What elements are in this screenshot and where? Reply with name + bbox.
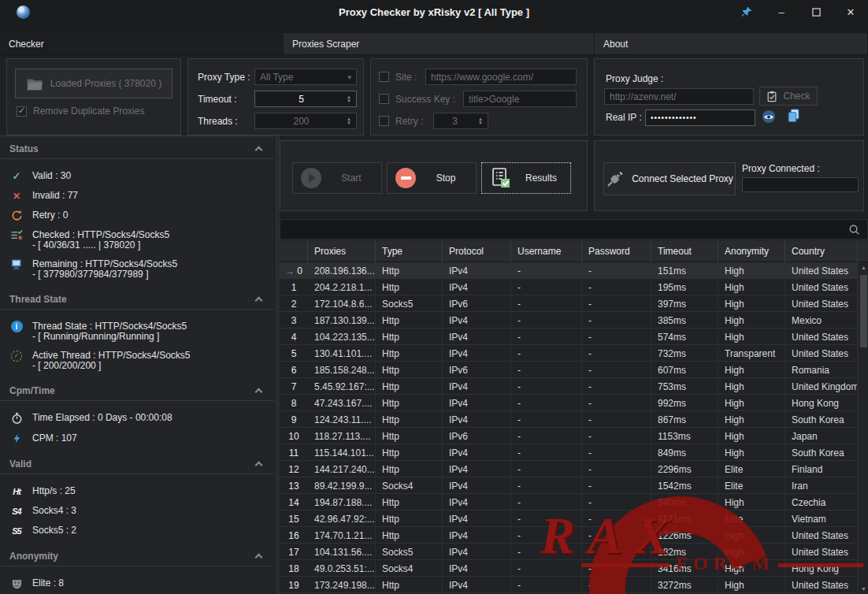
table-row[interactable]: 1849.0.253.51:...Socks4IPv4--3416msHighH… — [280, 560, 858, 577]
success-key-checkbox[interactable] — [379, 94, 389, 104]
scrollbar-thumb[interactable] — [860, 275, 867, 347]
table-cell: IPv4 — [443, 560, 511, 577]
column-header-type[interactable]: Type — [376, 240, 443, 262]
column-header-protocol[interactable]: Protocol — [443, 240, 511, 262]
table-row[interactable]: 10118.27.113....HttpIPv6--1153msHighJapa… — [280, 428, 858, 444]
table-row[interactable]: 75.45.92.167:...HttpIPv4--753msHighUnite… — [280, 378, 858, 395]
table-cell: Socks4 — [376, 560, 443, 577]
table-cell: 397ms — [651, 295, 718, 312]
table-row[interactable]: 9124.243.11....HttpIPv4--867msHighSouth … — [280, 411, 858, 428]
collapse-chevron-icon[interactable] — [255, 146, 263, 154]
table-row[interactable]: 2172.104.8.6...Socks5IPv6--397msHighUnit… — [280, 295, 858, 312]
close-button[interactable]: ✕ — [833, 0, 868, 24]
table-row[interactable]: 1204.2.218.1...HttpIPv4--195msHighUnited… — [280, 279, 858, 295]
copy-ip-icon[interactable] — [787, 109, 801, 123]
minimize-button[interactable]: – — [764, 0, 799, 24]
table-row[interactable]: →0208.196.136...HttpIPv4--151msHighUnite… — [280, 262, 858, 279]
timeout-stepper[interactable]: ▲▼ — [343, 95, 351, 103]
column-header-timeout[interactable]: Timeout — [651, 240, 718, 262]
threads-stepper[interactable]: ▲▼ — [343, 117, 351, 125]
tab-about[interactable]: About — [595, 33, 868, 54]
status-item-text: Socks5 : 2 — [32, 525, 76, 536]
table-cell: 3272ms — [651, 577, 718, 593]
maximize-button[interactable] — [799, 0, 833, 24]
column-header-rownum[interactable] — [280, 240, 308, 262]
table-row[interactable]: 6185.158.248...HttpIPv6--607msHighRomani… — [280, 362, 858, 378]
table-row[interactable]: 1542.96.47.92:...HttpIPv4--1171msEliteVi… — [280, 510, 858, 527]
sidebar-status-item: Elite : 8 — [0, 574, 274, 593]
timeout-input[interactable]: 5 ▲▼ — [254, 91, 357, 107]
proxy-type-dropdown[interactable]: All Type ▾ — [254, 69, 357, 85]
scroll-down-icon[interactable]: ▼ — [859, 584, 868, 594]
table-row[interactable]: 17104.131.56....Socks5IPv4--182msHighUni… — [280, 544, 858, 560]
active-icon: ✓ — [9, 350, 24, 362]
retry-input[interactable]: 3 ▲▼ — [433, 113, 488, 129]
mask-elite-icon — [9, 577, 24, 589]
row-number: 4 — [280, 329, 308, 345]
row-number: 7 — [280, 378, 308, 395]
site-input[interactable]: https://www.google.com/ — [425, 69, 577, 85]
pin-icon[interactable] — [729, 0, 764, 24]
app-window: { "window": {"title": "Proxy Checker by … — [0, 0, 868, 594]
table-row[interactable]: 12144.217.240...HttpIPv4--2296msEliteFin… — [280, 461, 858, 477]
loaded-proxies-button[interactable]: Loaded Proxies ( 378020 ) — [15, 69, 172, 98]
connect-selected-proxy-button[interactable]: Connect Selected Proxy — [603, 162, 736, 195]
table-cell: Iran — [785, 477, 858, 494]
column-header-country[interactable]: Country — [785, 240, 858, 262]
section-header[interactable]: Valid — [0, 451, 274, 473]
collapse-chevron-icon[interactable] — [255, 388, 263, 395]
column-header-username[interactable]: Username — [511, 240, 582, 262]
proxy-judge-label: Proxy Judge : — [606, 73, 663, 84]
proxy-type-label: Proxy Type : — [198, 72, 254, 83]
column-header-anonymity[interactable]: Anonymity — [718, 240, 785, 262]
table-cell: Elite — [718, 461, 785, 477]
table-cell: 940ms — [651, 494, 718, 510]
judge-check-button[interactable]: Check — [759, 87, 818, 106]
title-bar: Proxy Checker by xRisky v2 [ All Type ] … — [0, 0, 868, 33]
table-cell: 104.131.56.... — [308, 544, 376, 560]
scroll-up-icon[interactable]: ▲ — [859, 262, 868, 273]
start-button[interactable]: Start — [292, 162, 382, 194]
reveal-ip-eye-icon[interactable] — [762, 110, 776, 124]
stop-button[interactable]: Stop — [387, 162, 477, 194]
sidebar-scrollbar[interactable] — [274, 136, 280, 594]
table-row[interactable]: 4104.223.135...HttpIPv4--574msHighUnited… — [280, 329, 858, 345]
real-ip-input[interactable]: ••••••••••••• — [645, 110, 755, 126]
section-header[interactable]: Anonymity — [0, 544, 274, 566]
column-header-password[interactable]: Password — [582, 240, 651, 262]
section-header[interactable]: Thread State — [0, 287, 274, 309]
section-header[interactable]: Status — [0, 136, 274, 158]
table-search-bar[interactable] — [280, 219, 868, 239]
table-row[interactable]: 5130.41.101....HttpIPv4--732msTransparen… — [280, 345, 858, 362]
sidebar-section-status: Status✓Valid : 30✕Invalid : 77Retry : 0C… — [0, 136, 274, 287]
remove-duplicates-checkbox[interactable] — [17, 106, 27, 117]
threads-input[interactable]: 200 ▲▼ — [254, 113, 357, 129]
retry-checkbox[interactable] — [379, 116, 389, 126]
table-row[interactable]: 11115.144.101...HttpIPv4--849msHighSouth… — [280, 444, 858, 461]
proxy-judge-input[interactable]: http://azenv.net/ — [604, 88, 754, 105]
results-button[interactable]: Results — [481, 162, 571, 194]
table-cell: 42.96.47.92:... — [308, 510, 376, 527]
table-row[interactable]: 1389.42.199.9...Socks4IPv4--1542msEliteI… — [280, 477, 858, 494]
settings-groupbox: Proxy Type : All Type ▾ Timeout : 5 ▲▼ T… — [187, 58, 364, 136]
table-cell: 173.249.198... — [308, 577, 376, 593]
column-header-proxies[interactable]: Proxies — [308, 240, 376, 262]
retry-stepper[interactable]: ▲▼ — [474, 117, 483, 125]
proxy-connected-input[interactable] — [742, 177, 859, 192]
table-scrollbar[interactable]: ▲ ▼ — [858, 262, 868, 594]
collapse-chevron-icon[interactable] — [255, 553, 263, 561]
table-row[interactable]: 14194.87.188....HttpIPv4--940msHighCzech… — [280, 494, 858, 510]
collapse-chevron-icon[interactable] — [255, 296, 263, 304]
section-header[interactable]: Cpm/Time — [0, 378, 274, 400]
tab-checker[interactable]: Checker — [0, 33, 284, 54]
tab-proxies-scraper[interactable]: Proxies Scraper — [284, 33, 595, 54]
table-row[interactable]: 16174.70.1.21...HttpIPv4--1226msHighUnit… — [280, 527, 858, 544]
table-row[interactable]: 19173.249.198...HttpIPv4--3272msHighUnit… — [280, 577, 858, 593]
table-row[interactable]: 847.243.167....HttpIPv4--992msHighHong K… — [280, 395, 858, 411]
table-cell: Http — [376, 345, 443, 362]
site-checkbox[interactable] — [379, 72, 389, 82]
sidebar-status-item: iThread State : HTTP/Socks4/Socks5 - [ R… — [0, 317, 274, 346]
collapse-chevron-icon[interactable] — [255, 461, 263, 469]
success-key-input[interactable]: title>Google — [463, 91, 577, 107]
table-row[interactable]: 3187.130.139...HttpIPv4--385msHighMexico — [280, 312, 858, 329]
